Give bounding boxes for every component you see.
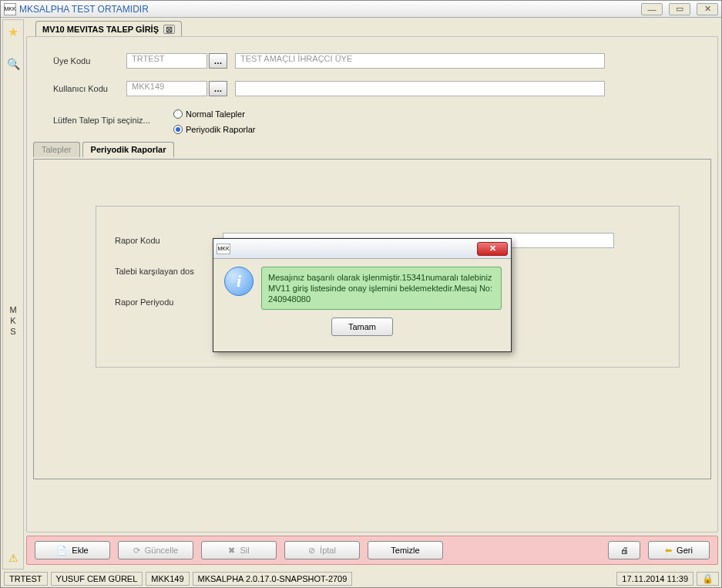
temizle-button[interactable]: Temizle bbox=[368, 541, 443, 559]
dialog-close-button[interactable]: ✕ bbox=[477, 242, 508, 256]
status-version: MKSALPHA 2.0.17.0-SNAPSHOT-2709 bbox=[193, 572, 353, 586]
tab-close-icon[interactable]: ⊠ bbox=[163, 25, 175, 34]
top-form: Üye Kodu TRTEST … TEST AMAÇLI İHRAÇCI ÜY… bbox=[27, 37, 717, 133]
mks-label: MKS bbox=[9, 304, 16, 337]
kullanici-kodu-desc bbox=[235, 81, 605, 96]
tab-header: MV10 MEVITAS TALEP GİRİŞ ⊠ bbox=[26, 21, 720, 38]
iptal-button[interactable]: ⊘ İptal bbox=[284, 541, 360, 559]
geri-label: Geri bbox=[677, 546, 693, 555]
window-title: MKSALPHA TEST ORTAMIDIR bbox=[19, 4, 635, 15]
sil-label: Sil bbox=[240, 546, 249, 555]
close-button[interactable]: ✕ bbox=[697, 3, 718, 15]
tab-mv10[interactable]: MV10 MEVITAS TALEP GİRİŞ ⊠ bbox=[35, 21, 182, 36]
kullanici-kodu-input[interactable]: MKK149 bbox=[126, 81, 207, 96]
ekle-button[interactable]: 📄 Ekle bbox=[35, 541, 110, 559]
geri-button[interactable]: ⬅ Geri bbox=[648, 541, 710, 559]
lock-icon[interactable]: 🔒 bbox=[697, 572, 719, 586]
delete-icon: ✖ bbox=[228, 546, 235, 556]
favorite-icon[interactable]: ★ bbox=[8, 25, 18, 39]
radio-periyodik-raporlar[interactable] bbox=[173, 125, 183, 134]
radio-normal-talepler-label: Normal Talepler bbox=[186, 109, 245, 119]
temizle-label: Temizle bbox=[391, 546, 419, 555]
uye-kodu-desc: TEST AMAÇLI İHRAÇCI ÜYE bbox=[235, 53, 605, 69]
maximize-button[interactable]: ▭ bbox=[669, 3, 690, 15]
kullanici-kodu-label: Kullanıcı Kodu bbox=[53, 84, 126, 93]
guncelle-label: Güncelle bbox=[145, 546, 178, 555]
dialog-titlebar: MKK ✕ bbox=[213, 239, 511, 259]
app-window: MKK MKSALPHA TEST ORTAMIDIR — ▭ ✕ ★ 🔍 MK… bbox=[0, 0, 722, 588]
status-uye: TRTEST bbox=[4, 572, 48, 586]
tab-periyodik-raporlar[interactable]: Periyodik Raporlar bbox=[82, 142, 175, 157]
search-icon[interactable]: 🔍 bbox=[7, 58, 20, 70]
rapor-kodu-label: Rapor Kodu bbox=[115, 236, 223, 245]
dialog-message: Mesajınız başarılı olarak işlenmiştir.15… bbox=[261, 267, 502, 310]
radio-normal-talepler[interactable] bbox=[173, 109, 183, 119]
uye-kodu-lookup-button[interactable]: … bbox=[209, 53, 227, 69]
dialog-icon: MKK bbox=[217, 244, 230, 254]
iptal-label: İptal bbox=[320, 546, 336, 555]
talep-tipi-group: Normal Talepler Periyodik Raporlar bbox=[173, 106, 255, 137]
sil-button[interactable]: ✖ Sil bbox=[201, 541, 277, 559]
tab-talepler[interactable]: Talepler bbox=[33, 142, 80, 157]
status-user: YUSUF CEM GÜREL bbox=[51, 572, 143, 586]
ekle-label: Ekle bbox=[72, 546, 88, 555]
cancel-icon: ⊘ bbox=[308, 546, 315, 556]
radio-periyodik-raporlar-label: Periyodik Raporlar bbox=[186, 125, 255, 134]
add-icon: 📄 bbox=[56, 546, 67, 556]
titlebar: MKK MKSALPHA TEST ORTAMIDIR — ▭ ✕ bbox=[1, 1, 721, 18]
talep-tipi-label: Lütfen Talep Tipi seçiniz... bbox=[53, 106, 169, 125]
uye-kodu-input[interactable]: TRTEST bbox=[126, 53, 207, 69]
status-datetime: 17.11.2014 11:39 bbox=[616, 572, 693, 586]
bottom-toolbar: 📄 Ekle ⟳ Güncelle ✖ Sil ⊘ İptal Temizle … bbox=[26, 536, 718, 565]
refresh-icon: ⟳ bbox=[133, 546, 140, 556]
back-icon: ⬅ bbox=[665, 546, 672, 556]
info-icon: i bbox=[224, 267, 254, 296]
status-bar: TRTEST YUSUF CEM GÜREL MKK149 MKSALPHA 2… bbox=[2, 571, 720, 586]
info-dialog: MKK ✕ i Mesajınız başarılı olarak işlenm… bbox=[213, 238, 512, 352]
print-button[interactable]: 🖨 bbox=[608, 541, 640, 559]
warning-icon[interactable]: ⚠ bbox=[8, 552, 18, 564]
print-icon: 🖨 bbox=[620, 546, 629, 555]
dialog-ok-button[interactable]: Tamam bbox=[331, 318, 393, 336]
uye-kodu-label: Üye Kodu bbox=[53, 56, 126, 66]
dialog-ok-label: Tamam bbox=[348, 322, 376, 331]
tab-title: MV10 MEVITAS TALEP GİRİŞ bbox=[42, 25, 159, 34]
rapor-periyodu-label: Rapor Periyodu bbox=[115, 297, 223, 307]
kullanici-kodu-lookup-button[interactable]: … bbox=[209, 81, 227, 96]
talebi-label: Talebi karşılayan dos bbox=[115, 267, 223, 276]
app-icon: MKK bbox=[4, 3, 16, 15]
left-strip: ★ 🔍 MKS ⚠ bbox=[2, 19, 24, 570]
status-kullanici: MKK149 bbox=[146, 572, 189, 586]
guncelle-button[interactable]: ⟳ Güncelle bbox=[118, 541, 193, 559]
minimize-button[interactable]: — bbox=[641, 3, 663, 15]
